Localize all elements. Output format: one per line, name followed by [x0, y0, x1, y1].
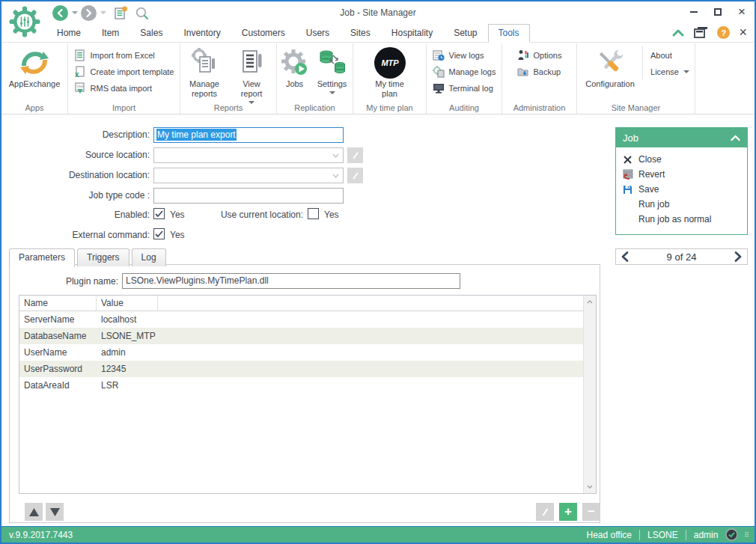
tab-sales[interactable]: Sales — [129, 24, 173, 43]
destination-location-edit-button[interactable] — [347, 168, 363, 183]
plugin-name-input[interactable]: LSOne.ViewPlugins.MyTimePlan.dll — [122, 273, 460, 289]
user-name[interactable]: admin — [686, 530, 726, 540]
group-label-apps: Apps — [1, 103, 67, 112]
import-from-excel-icon — [74, 49, 86, 61]
move-down-button[interactable] — [46, 503, 64, 521]
view-logs-button[interactable]: View logs — [433, 48, 496, 63]
column-header-value[interactable]: Value — [97, 296, 158, 311]
source-location-edit-button[interactable] — [347, 147, 363, 163]
parameters-table: Name Value ServerName localhost Database… — [19, 295, 597, 494]
description-input[interactable]: My time plan export — [153, 127, 344, 143]
ribbon-group-replication: Jobs — [277, 43, 353, 114]
tab-log[interactable]: Log — [132, 248, 166, 266]
company-name[interactable]: LSONE — [639, 530, 686, 540]
table-row[interactable]: ServerName localhost — [19, 311, 596, 328]
tab-item[interactable]: Item — [91, 24, 129, 43]
move-up-button[interactable] — [25, 503, 43, 521]
job-revert-button[interactable]: Revert — [622, 167, 741, 182]
check-icon — [155, 210, 163, 218]
manage-logs-label: Manage logs — [449, 67, 496, 76]
configuration-button[interactable]: Configuration — [582, 46, 638, 90]
about-button[interactable]: About — [650, 48, 689, 63]
tab-tools[interactable]: Tools — [488, 24, 530, 43]
manage-reports-icon — [189, 46, 219, 79]
tab-users[interactable]: Users — [296, 24, 340, 43]
manage-reports-button[interactable]: Manage reports — [183, 46, 226, 100]
collapse-panel-icon[interactable] — [731, 135, 740, 141]
table-row[interactable]: UserPassword 12345 — [19, 361, 596, 377]
backup-icon — [517, 66, 529, 78]
tab-triggers[interactable]: Triggers — [77, 248, 129, 266]
source-location-label: Source location: — [1, 150, 150, 160]
tab-home[interactable]: Home — [46, 24, 91, 43]
job-type-code-input[interactable] — [153, 188, 344, 204]
tab-inventory[interactable]: Inventory — [173, 24, 231, 43]
cell-name: UserPassword — [19, 361, 97, 377]
rms-data-import-button[interactable]: RMS RMS data import — [74, 81, 174, 96]
cell-name: ServerName — [19, 311, 97, 328]
license-button[interactable]: License — [650, 64, 689, 79]
table-row[interactable]: DataAreaId LSR — [19, 377, 596, 394]
job-save-button[interactable]: Save — [622, 182, 741, 197]
source-location-select[interactable] — [153, 147, 344, 163]
my-time-plan-button[interactable]: MTP My time plan — [368, 46, 412, 100]
terminal-log-button[interactable]: Terminal log — [433, 81, 496, 96]
add-parameter-button[interactable]: + — [559, 503, 577, 521]
group-label-site-manager: Site Manager — [577, 103, 695, 112]
column-header-empty — [158, 296, 596, 311]
configuration-icon — [594, 46, 627, 79]
window-close-button[interactable]: × — [735, 6, 749, 18]
connection-status-icon[interactable] — [725, 528, 738, 541]
tab-customers[interactable]: Customers — [231, 24, 296, 43]
minimize-button[interactable] — [687, 6, 701, 18]
manage-logs-button[interactable]: Manage logs — [433, 64, 496, 79]
group-label-administration: Administration — [502, 103, 576, 112]
tab-hospitality[interactable]: Hospitality — [381, 24, 443, 43]
next-record-icon[interactable] — [734, 251, 743, 262]
backup-button[interactable]: Backup — [517, 64, 562, 79]
enabled-checkbox[interactable] — [153, 208, 165, 219]
remove-parameter-button[interactable]: − — [582, 503, 600, 521]
help-icon[interactable]: ? — [717, 26, 730, 39]
import-from-excel-button[interactable]: Import from Excel — [74, 48, 174, 63]
store-name[interactable]: Head office — [579, 530, 640, 540]
chevron-down-icon[interactable] — [329, 169, 342, 182]
group-label-my-time-plan: My time plan — [353, 103, 426, 112]
pager-position-text: 9 of 24 — [667, 251, 697, 263]
job-run-as-normal-button[interactable]: Run job as normal — [622, 212, 741, 227]
window-manager-icon[interactable] — [694, 26, 708, 39]
scroll-up-icon[interactable] — [584, 296, 596, 308]
tab-parameters[interactable]: Parameters — [9, 248, 75, 267]
tab-setup[interactable]: Setup — [443, 24, 487, 43]
svg-text:RMS: RMS — [77, 85, 84, 88]
external-command-checkbox[interactable] — [153, 228, 165, 239]
column-header-name[interactable]: Name — [19, 296, 97, 311]
destination-location-select[interactable] — [153, 168, 344, 183]
use-current-location-checkbox[interactable] — [308, 208, 319, 219]
maximize-button[interactable] — [711, 6, 725, 18]
resize-grip[interactable]: ⠿ — [744, 531, 750, 539]
ribbon: AppExchange Apps Import from Excel x Cre… — [1, 43, 755, 114]
edit-parameter-button[interactable] — [536, 503, 554, 521]
scroll-down-icon[interactable] — [584, 480, 596, 493]
table-row[interactable]: UserName admin — [19, 344, 596, 361]
replication-settings-button[interactable]: Settings — [314, 46, 351, 95]
job-close-button[interactable]: Close — [622, 152, 741, 167]
job-run-label: Run job — [638, 199, 669, 210]
manage-logs-icon — [433, 66, 445, 78]
collapse-ribbon-icon[interactable] — [671, 28, 685, 38]
chevron-down-icon[interactable] — [329, 149, 342, 162]
jobs-button[interactable]: Jobs — [279, 46, 311, 90]
table-row[interactable]: DatabaseName LSONE_MTP — [19, 328, 596, 344]
previous-record-icon[interactable] — [621, 251, 630, 262]
tab-sites[interactable]: Sites — [340, 24, 381, 43]
close-view-icon[interactable]: × — [739, 26, 747, 39]
job-revert-label: Revert — [638, 169, 665, 180]
vertical-scrollbar[interactable] — [583, 296, 596, 493]
job-run-button[interactable]: Run job — [622, 197, 741, 212]
job-panel-header[interactable]: Job — [616, 128, 747, 147]
options-button[interactable]: Options — [517, 48, 562, 63]
create-import-template-button[interactable]: x Create import template — [74, 64, 174, 79]
view-report-button[interactable]: View report — [229, 46, 274, 105]
appexchange-button[interactable]: AppExchange — [7, 46, 63, 90]
